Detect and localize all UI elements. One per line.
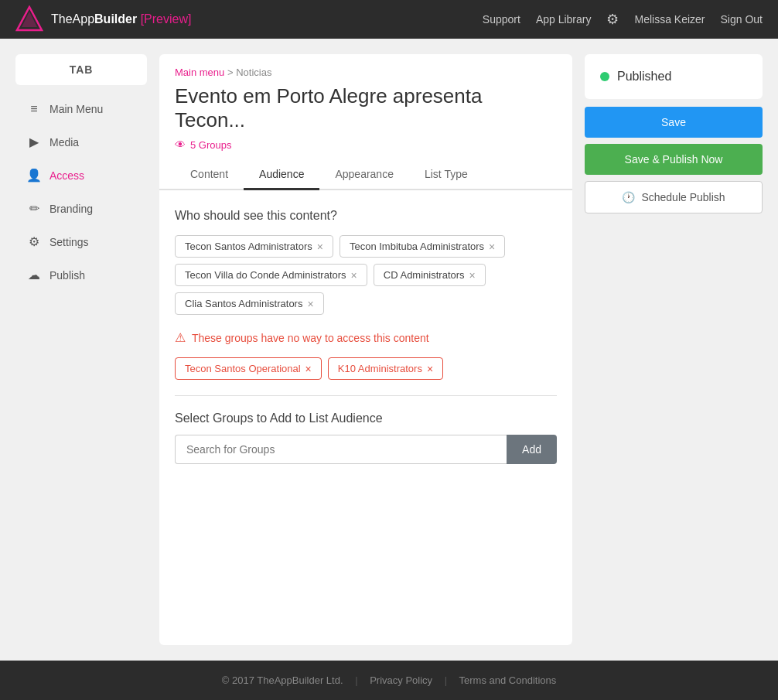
content-area: Main menu > Noticias Evento em Porto Ale… (159, 54, 572, 645)
privacy-policy-link[interactable]: Privacy Policy (370, 674, 432, 686)
remove-group-cd-admin[interactable]: × (469, 270, 476, 281)
group-tag-label: Clia Santos Administrators (185, 298, 302, 309)
media-icon: ▶ (26, 135, 42, 149)
tab-content[interactable]: Content (175, 160, 244, 190)
add-button[interactable]: Add (507, 435, 557, 464)
schedule-publish-label: Schedule Publish (641, 191, 725, 203)
app-header: TheAppBuilder [Preview] Support App Libr… (0, 0, 778, 39)
breadcrumb-current: Noticias (236, 67, 271, 78)
eye-icon: 👁 (175, 138, 186, 151)
tab-audience[interactable]: Audience (244, 160, 319, 190)
svg-marker-1 (22, 12, 37, 27)
remove-group-tecon-santos-operational[interactable]: × (305, 364, 312, 374)
sidebar: TAB ≡ Main Menu ▶ Media 👤 Access ✏ Brand… (15, 54, 147, 645)
sign-out-link[interactable]: Sign Out (721, 13, 763, 26)
warning-text: These groups have no way to access this … (192, 332, 429, 344)
remove-group-tecon-santos-admin[interactable]: × (317, 241, 323, 252)
settings-icon[interactable]: ⚙ (606, 11, 619, 28)
remove-group-clia-santos-admin[interactable]: × (307, 299, 313, 309)
group-tag-label: Tecon Villa do Conde Administrators (185, 269, 346, 281)
page-title: Evento em Porto Alegre apresenta Tecon..… (175, 84, 557, 132)
remove-group-tecon-villa-admin[interactable]: × (351, 270, 357, 281)
warning-triangle-icon: ⚠ (175, 330, 186, 345)
publish-icon: ☁ (26, 268, 42, 282)
sidebar-item-main-menu[interactable]: ≡ Main Menu (15, 94, 147, 124)
user-name: Melissa Keizer (634, 13, 705, 26)
save-publish-now-button[interactable]: Save & Publish Now (585, 144, 763, 175)
group-tag-label: CD Administrators (384, 269, 465, 281)
group-tag-tecon-imbituba-admin: Tecon Imbituba Administrators × (340, 235, 505, 258)
tab-content-area: Who should see this content? Tecon Santo… (159, 190, 572, 645)
breadcrumb-separator: > (227, 67, 236, 78)
tabs-nav: Content Audience Appearance List Type (159, 160, 572, 190)
group-tag-tecon-villa-admin: Tecon Villa do Conde Administrators × (175, 264, 367, 286)
group-tag-k10-admin: K10 Administrators × (328, 357, 443, 380)
group-tag-cd-admin: CD Administrators × (374, 264, 486, 286)
clock-icon: 🕐 (622, 191, 635, 203)
sidebar-item-label: Branding (49, 203, 93, 215)
status-dot-published (600, 72, 609, 81)
schedule-publish-button[interactable]: 🕐 Schedule Publish (585, 181, 763, 213)
action-buttons: Save Save & Publish Now 🕐 Schedule Publi… (585, 107, 763, 213)
sidebar-item-label: Publish (49, 269, 85, 282)
remove-group-tecon-imbituba-admin[interactable]: × (489, 241, 495, 252)
app-logo-icon (15, 5, 43, 33)
save-button[interactable]: Save (585, 107, 763, 138)
sidebar-item-branding[interactable]: ✏ Branding (15, 193, 147, 224)
breadcrumb: Main menu > Noticias (175, 67, 557, 78)
sidebar-item-publish[interactable]: ☁ Publish (15, 260, 147, 290)
main-wrapper: TAB ≡ Main Menu ▶ Media 👤 Access ✏ Brand… (0, 39, 778, 661)
copyright: © 2017 TheAppBuilder Ltd. (222, 674, 343, 686)
group-tag-label: Tecon Santos Operational (185, 363, 301, 374)
sidebar-item-access[interactable]: 👤 Access (15, 160, 147, 190)
group-tag-label: Tecon Santos Administrators (185, 241, 312, 252)
terms-conditions-link[interactable]: Terms and Conditions (459, 674, 557, 686)
section-title: Who should see this content? (175, 209, 557, 223)
tab-appearance[interactable]: Appearance (319, 160, 409, 190)
groups-indicator: 👁 5 Groups (175, 138, 557, 151)
group-tag-label: Tecon Imbituba Administrators (350, 241, 484, 252)
branding-icon: ✏ (26, 201, 42, 216)
right-panel: Published Save Save & Publish Now 🕐 Sche… (585, 54, 763, 645)
remove-group-k10-admin[interactable]: × (427, 364, 433, 374)
group-tag-tecon-santos-operational: Tecon Santos Operational × (175, 357, 322, 380)
app-library-link[interactable]: App Library (536, 13, 592, 26)
group-tag-tecon-santos-admin: Tecon Santos Administrators × (175, 235, 333, 258)
status-label: Published (617, 70, 671, 84)
sidebar-item-label: Settings (49, 236, 89, 248)
main-menu-icon: ≡ (26, 102, 42, 116)
header-nav: Support App Library ⚙ Melissa Keizer Sig… (483, 11, 763, 28)
footer: © 2017 TheAppBuilder Ltd. | Privacy Poli… (0, 661, 778, 700)
group-tag-label: K10 Administrators (338, 363, 422, 374)
groups-count: 5 Groups (190, 139, 231, 151)
status-card: Published (585, 54, 763, 99)
warning-message: ⚠ These groups have no way to access thi… (175, 327, 557, 348)
search-row: Add (175, 435, 557, 464)
footer-divider-2: | (445, 674, 447, 686)
footer-divider: | (355, 674, 357, 686)
sidebar-item-settings[interactable]: ⚙ Settings (15, 227, 147, 257)
access-icon: 👤 (26, 168, 42, 183)
header-logo-area: TheAppBuilder [Preview] (15, 5, 191, 33)
section-divider (175, 395, 557, 396)
sidebar-item-label: Main Menu (49, 103, 103, 115)
support-link[interactable]: Support (483, 13, 520, 26)
warning-groups-container: Tecon Santos Operational × K10 Administr… (175, 357, 557, 380)
audience-groups-container: Tecon Santos Administrators × Tecon Imbi… (175, 235, 557, 315)
tab-list-type[interactable]: List Type (409, 160, 483, 190)
search-input[interactable] (175, 435, 507, 464)
sidebar-item-label: Media (49, 136, 79, 149)
brand-name: TheAppBuilder [Preview] (51, 12, 191, 26)
settings-icon: ⚙ (26, 234, 42, 249)
search-section-title: Select Groups to Add to List Audience (175, 411, 557, 425)
sidebar-item-media[interactable]: ▶ Media (15, 127, 147, 157)
group-tag-clia-santos-admin: Clia Santos Administrators × (175, 292, 324, 315)
content-header: Main menu > Noticias Evento em Porto Ale… (159, 54, 572, 160)
breadcrumb-parent[interactable]: Main menu (175, 67, 224, 78)
sidebar-item-label: Access (49, 169, 84, 182)
sidebar-tab-label: TAB (15, 54, 147, 85)
